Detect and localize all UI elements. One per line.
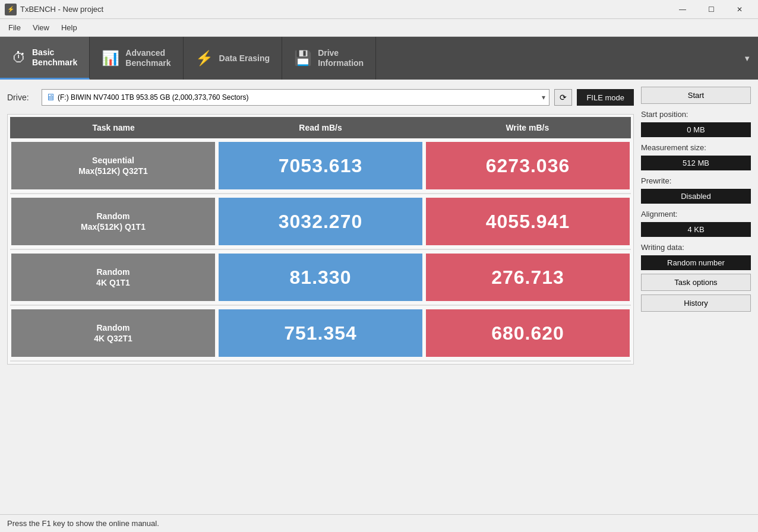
drive-selector-icon: 🖥: [46, 92, 55, 103]
right-panel: Start Start position: 0 MB Measurement s…: [641, 87, 751, 507]
read-value-random-4k-q1t1: 81.330: [219, 254, 422, 301]
tab-drive-information[interactable]: 💾 DriveInformation: [282, 37, 376, 80]
tab-basic-benchmark[interactable]: ⏱ BasicBenchmark: [0, 37, 90, 80]
drive-row: Drive: 🖥 (F:) BIWIN NV7400 1TB 953.85 GB…: [7, 87, 634, 108]
tab-dropdown[interactable]: ▼: [736, 37, 758, 80]
menu-file[interactable]: File: [2, 21, 27, 34]
table-row: SequentialMax(512K) Q32T1 7053.613 6273.…: [10, 138, 631, 194]
results-wrapper: Task name Read mB/s Write mB/s Sequentia…: [7, 114, 634, 365]
history-button[interactable]: History: [641, 294, 751, 312]
col-write: Write mB/s: [424, 121, 631, 135]
app-icon: ⚡: [5, 4, 17, 15]
drive-selector[interactable]: 🖥 (F:) BIWIN NV7400 1TB 953.85 GB (2,000…: [42, 89, 549, 106]
tab-advanced-benchmark[interactable]: 📊 AdvancedBenchmark: [90, 37, 183, 80]
main-content: Drive: 🖥 (F:) BIWIN NV7400 1TB 953.85 GB…: [0, 80, 758, 514]
status-bar: Press the F1 key to show the online manu…: [0, 514, 758, 532]
write-value-random-4k-q1t1: 276.713: [426, 254, 630, 301]
write-value-sequential: 6273.036: [426, 142, 630, 189]
tab-bar: ⏱ BasicBenchmark 📊 AdvancedBenchmark ⚡ D…: [0, 37, 758, 80]
alignment-value: 4 KB: [641, 222, 751, 237]
drive-label: Drive:: [7, 93, 37, 102]
alignment-label: Alignment:: [641, 210, 751, 218]
col-task-name: Task name: [10, 121, 217, 135]
data-erasing-label: Data Erasing: [219, 53, 270, 64]
advanced-benchmark-icon: 📊: [102, 50, 119, 66]
read-value-sequential: 7053.613: [219, 142, 422, 189]
data-erasing-icon: ⚡: [195, 50, 213, 66]
advanced-benchmark-label: AdvancedBenchmark: [125, 48, 170, 68]
read-value-random-4k-q32t1: 751.354: [219, 309, 422, 357]
table-row: RandomMax(512K) Q1T1 3032.270 4055.941: [10, 194, 631, 250]
file-mode-button[interactable]: FILE mode: [577, 89, 634, 106]
drive-information-icon: 💾: [294, 50, 312, 66]
minimize-button[interactable]: —: [669, 0, 696, 19]
window-controls: — ☐ ✕: [669, 0, 753, 19]
table-row: Random4K Q32T1 751.354 680.620: [10, 306, 631, 362]
window-title: TxBENCH - New project: [20, 5, 669, 14]
task-name-random-4k-q1t1: Random4K Q1T1: [11, 254, 215, 301]
basic-benchmark-label: BasicBenchmark: [32, 48, 77, 68]
drive-select-text: (F:) BIWIN NV7400 1TB 953.85 GB (2,000,3…: [58, 93, 542, 102]
menu-view[interactable]: View: [27, 21, 55, 34]
status-text: Press the F1 key to show the online manu…: [7, 519, 159, 528]
measurement-size-value: 512 MB: [641, 156, 751, 170]
table-row: Random4K Q1T1 81.330 276.713: [10, 250, 631, 306]
start-position-label: Start position:: [641, 110, 751, 119]
read-value-random-512k: 3032.270: [219, 198, 422, 245]
prewrite-value: Disabled: [641, 189, 751, 204]
tab-data-erasing[interactable]: ⚡ Data Erasing: [184, 37, 283, 80]
measurement-size-label: Measurement size:: [641, 143, 751, 152]
start-button[interactable]: Start: [641, 87, 751, 104]
basic-benchmark-icon: ⏱: [12, 49, 26, 66]
write-value-random-512k: 4055.941: [426, 198, 630, 245]
drive-information-label: DriveInformation: [318, 48, 364, 68]
menu-help[interactable]: Help: [55, 21, 83, 34]
left-panel: Drive: 🖥 (F:) BIWIN NV7400 1TB 953.85 GB…: [7, 87, 634, 507]
col-read: Read mB/s: [217, 121, 424, 135]
task-name-random-512k: RandomMax(512K) Q1T1: [11, 198, 215, 245]
task-name-sequential: SequentialMax(512K) Q32T1: [11, 142, 215, 189]
menu-bar: File View Help: [0, 19, 758, 37]
chevron-down-icon: ▾: [542, 93, 545, 102]
refresh-button[interactable]: ⟳: [554, 89, 572, 106]
prewrite-label: Prewrite:: [641, 176, 751, 185]
task-options-button[interactable]: Task options: [641, 274, 751, 291]
title-bar: ⚡ TxBENCH - New project — ☐ ✕: [0, 0, 758, 19]
task-name-random-4k-q32t1: Random4K Q32T1: [11, 309, 215, 357]
table-header: Task name Read mB/s Write mB/s: [10, 117, 631, 138]
close-button[interactable]: ✕: [726, 0, 753, 19]
write-value-random-4k-q32t1: 680.620: [426, 309, 630, 357]
start-position-value: 0 MB: [641, 122, 751, 137]
writing-data-label: Writing data:: [641, 243, 751, 252]
writing-data-value: Random number: [641, 255, 751, 270]
maximize-button[interactable]: ☐: [697, 0, 725, 19]
